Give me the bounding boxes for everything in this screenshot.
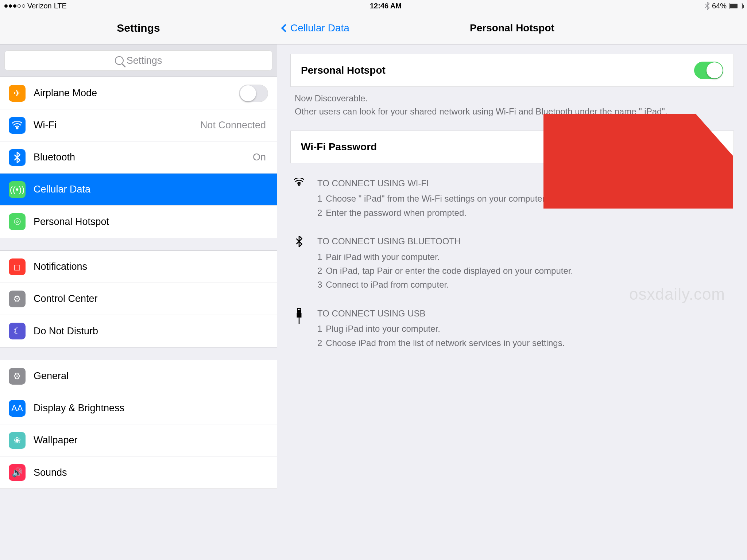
carrier-label: Verizon: [27, 2, 52, 10]
usb-icon: [290, 307, 308, 350]
search-placeholder: Settings: [127, 55, 162, 66]
sidebar-item-label: Notifications: [34, 261, 87, 272]
sidebar-item-label: Cellular Data: [34, 184, 90, 195]
sidebar-item-value: On: [253, 152, 268, 163]
cellular-icon: ((•)): [9, 181, 26, 198]
battery-percent: 64%: [712, 2, 727, 10]
sidebar-item-display-brightness[interactable]: AADisplay & Brightness: [0, 392, 277, 424]
bluetooth-status-icon: [705, 2, 710, 10]
sidebar-item-airplane-mode[interactable]: ✈Airplane Mode: [0, 77, 277, 109]
gear-icon: ⚙: [9, 368, 26, 385]
bluetooth-icon: [9, 149, 26, 166]
search-input[interactable]: Settings: [4, 50, 272, 71]
toggle[interactable]: [239, 85, 268, 102]
instruction-heading: TO CONNECT USING USB: [317, 307, 734, 320]
instruction-block: TO CONNECT USING BLUETOOTH1Pair iPad wit…: [290, 234, 734, 292]
sidebar-item-wi-fi[interactable]: Wi-FiNot Connected: [0, 109, 277, 141]
svg-rect-2: [299, 309, 301, 310]
svg-rect-0: [297, 308, 301, 313]
hotspot-toggle[interactable]: [694, 62, 723, 79]
wallpaper-icon: ❀: [9, 432, 26, 449]
personal-hotspot-row[interactable]: Personal Hotspot: [290, 54, 734, 87]
watermark-text: osxdaily.com: [629, 285, 725, 303]
chevron-right-icon: [717, 143, 724, 151]
detail-header: Cellular Data Personal Hotspot: [277, 12, 747, 44]
dnd-icon: ☾: [9, 323, 26, 339]
svg-rect-1: [298, 309, 299, 310]
sidebar-item-label: Display & Brightness: [34, 402, 124, 414]
instruction-block: TO CONNECT USING WI-FI1Choose " iPad" fr…: [290, 176, 734, 220]
airplane-icon: ✈: [9, 85, 26, 102]
hotspot-label: Personal Hotspot: [301, 65, 386, 76]
sounds-icon: 🔊: [9, 464, 26, 481]
wifi-icon: [290, 176, 308, 220]
sidebar-item-bluetooth[interactable]: BluetoothOn: [0, 141, 277, 174]
control-center-icon: ⚙: [9, 291, 26, 307]
sidebar-item-label: Bluetooth: [34, 152, 75, 163]
sidebar-item-wallpaper[interactable]: ❀Wallpaper: [0, 424, 277, 456]
status-bar: Verizon LTE 12:46 AM 64%: [0, 0, 747, 12]
sidebar-item-control-center[interactable]: ⚙Control Center: [0, 283, 277, 315]
sidebar-header: Settings: [0, 12, 277, 44]
sidebar-item-cellular-data[interactable]: ((•))Cellular Data: [0, 174, 277, 206]
sidebar-item-label: Wi-Fi: [34, 120, 57, 131]
sidebar-item-label: Airplane Mode: [34, 88, 97, 99]
svg-rect-3: [297, 313, 302, 318]
wifi-password-value: ipadwifipassword1: [633, 141, 714, 153]
instruction-heading: TO CONNECT USING WI-FI: [317, 176, 734, 190]
chevron-left-icon: [281, 24, 290, 32]
sidebar-item-label: Sounds: [34, 467, 67, 478]
sidebar-item-personal-hotspot[interactable]: ⦾Personal Hotspot: [0, 206, 277, 238]
wifi-icon: [9, 117, 26, 134]
back-label: Cellular Data: [290, 22, 349, 34]
settings-sidebar: Settings Settings ✈Airplane ModeWi-FiNot…: [0, 12, 277, 560]
svg-rect-4: [299, 318, 300, 324]
network-label: LTE: [54, 2, 67, 10]
sidebar-item-do-not-disturb[interactable]: ☾Do Not Disturb: [0, 315, 277, 347]
bluetooth-icon: [290, 234, 308, 292]
detail-pane: Cellular Data Personal Hotspot Personal …: [277, 12, 747, 560]
sidebar-item-label: General: [34, 370, 69, 382]
sidebar-item-sounds[interactable]: 🔊Sounds: [0, 456, 277, 489]
wifi-password-row[interactable]: Wi-Fi Password ipadwifipassword1: [290, 131, 734, 163]
sidebar-item-value: Not Connected: [200, 120, 268, 131]
sidebar-item-label: Control Center: [34, 293, 98, 304]
battery-icon: [729, 3, 743, 9]
instruction-heading: TO CONNECT USING BLUETOOTH: [317, 234, 734, 248]
hotspot-icon: ⦾: [9, 213, 26, 230]
sidebar-title: Settings: [117, 22, 160, 34]
sidebar-item-label: Do Not Disturb: [34, 326, 98, 337]
clock: 12:46 AM: [370, 2, 402, 10]
signal-dots-icon: [4, 4, 25, 8]
wifi-password-label: Wi-Fi Password: [301, 141, 377, 153]
notifications-icon: ◻: [9, 258, 26, 275]
sidebar-item-notifications[interactable]: ◻Notifications: [0, 251, 277, 283]
sidebar-item-label: Personal Hotspot: [34, 216, 109, 228]
discoverable-note: Now Discoverable. Other users can look f…: [295, 92, 729, 118]
sidebar-item-label: Wallpaper: [34, 435, 78, 446]
display-icon: AA: [9, 400, 26, 417]
sidebar-item-general[interactable]: ⚙General: [0, 360, 277, 392]
search-icon: [115, 56, 124, 65]
instruction-block: TO CONNECT USING USB1Plug iPad into your…: [290, 307, 734, 350]
back-button[interactable]: Cellular Data: [277, 22, 349, 34]
